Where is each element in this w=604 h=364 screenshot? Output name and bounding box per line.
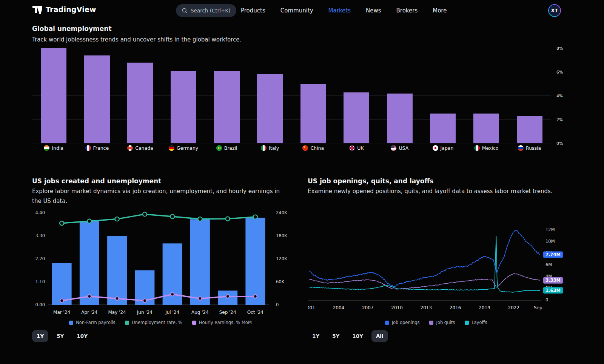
legend-label: Job quits <box>436 320 455 325</box>
x-axis-label: May '24 <box>108 310 126 315</box>
country-label-uk: UK <box>335 145 378 151</box>
country-bar-russia[interactable] <box>517 116 542 143</box>
us-jobs-range-buttons: 1Y5Y10Y <box>32 330 92 342</box>
legend-label: Hourly earnings, % MoM <box>199 320 252 325</box>
bar-slot <box>162 48 205 143</box>
left-axis-tick: 1.10 <box>35 279 45 284</box>
ytick-label: 0% <box>556 141 563 146</box>
country-name: Russia <box>526 145 541 151</box>
jolts-range-buttons: 1Y5Y10YAll <box>308 330 388 342</box>
us-jobs-title: US jobs created and unemployment <box>32 177 161 185</box>
bar-slot <box>335 48 378 143</box>
x-axis-label: Mar '24 <box>53 310 70 315</box>
x-axis-label: 2013 <box>421 305 432 310</box>
legend-item-unemployment-rate[interactable]: Unemployment rate, % <box>125 320 182 325</box>
job-openings-value-label: 7.74M <box>545 252 561 257</box>
search-icon <box>182 8 188 14</box>
legend-item-non-farm-payrolls[interactable]: Non-Farm payrolls <box>69 320 115 325</box>
nav-item-more[interactable]: More <box>425 0 454 21</box>
legend-item-job-openings[interactable]: Job openings <box>385 320 420 325</box>
country-bar-france[interactable] <box>84 55 110 143</box>
country-name: Germany <box>177 145 198 151</box>
russia-flag-icon <box>518 145 524 151</box>
range-button-10y[interactable]: 10Y <box>348 330 368 342</box>
x-axis-label: Apr '24 <box>81 310 97 315</box>
unemployment-rate-marker <box>226 217 230 221</box>
country-bar-germany[interactable] <box>171 71 196 143</box>
usa-flag-icon <box>391 145 396 151</box>
country-bar-japan[interactable] <box>430 114 456 143</box>
nav-item-brokers[interactable]: Brokers <box>389 0 425 21</box>
unemployment-rate-marker <box>170 214 174 218</box>
hourly-earnings-mom-marker <box>60 299 63 302</box>
country-bar-india[interactable] <box>41 48 66 143</box>
nav-item-community[interactable]: Community <box>273 0 321 21</box>
left-axis-tick: 3.30 <box>35 233 45 238</box>
ytick-label: 12M <box>545 227 555 232</box>
country-bar-brazil[interactable] <box>214 71 240 143</box>
unemployment-rate-marker <box>143 212 147 216</box>
right-axis-tick: 180K <box>276 233 287 238</box>
country-bar-uk[interactable] <box>344 92 369 143</box>
legend-swatch <box>192 321 196 325</box>
global-unemployment-chart[interactable] <box>32 48 551 143</box>
hourly-earnings-mom-marker <box>88 295 91 298</box>
country-bar-mexico[interactable] <box>473 114 499 143</box>
country-label-germany: Germany <box>162 145 205 151</box>
x-axis-label: Sep <box>534 305 542 310</box>
left-axis-tick: 2.20 <box>35 256 45 261</box>
nav-item-markets[interactable]: Markets <box>321 0 358 21</box>
jolts-chart[interactable]: 02M4M6M8M10M12M2001200420072010201320162… <box>308 207 564 320</box>
country-label-usa: USA <box>378 145 422 151</box>
avatar-initials: XT <box>549 5 560 16</box>
x-axis-label: 2001 <box>308 305 315 310</box>
x-axis-label: 2010 <box>391 305 403 310</box>
tradingview-wordmark: TradingView <box>46 5 96 14</box>
country-name: Mexico <box>482 145 499 151</box>
india-flag-icon <box>44 145 49 151</box>
country-name: China <box>310 145 324 151</box>
country-bar-italy[interactable] <box>257 74 283 143</box>
uk-flag-icon <box>349 145 355 151</box>
tradingview-logo[interactable]: TradingView <box>32 5 96 14</box>
legend-item-job-quits[interactable]: Job quits <box>429 320 455 325</box>
nav-item-news[interactable]: News <box>358 0 389 21</box>
country-label-china: China <box>291 145 335 151</box>
global-unemployment-title: Global unemployment <box>32 25 112 32</box>
unemployment-rate-marker <box>198 217 202 221</box>
legend-item-layoffs[interactable]: Layoffs <box>465 320 487 325</box>
range-button-5y[interactable]: 5Y <box>328 330 344 342</box>
x-axis-label: 2022 <box>508 305 520 310</box>
ytick-label: 4% <box>556 94 563 98</box>
ytick-label: 8% <box>556 46 563 51</box>
us-jobs-chart[interactable]: 0.001.102.203.304.40060K120K180K240KMar … <box>32 207 289 320</box>
country-name: India <box>52 145 63 151</box>
range-button-1y[interactable]: 1Y <box>308 330 324 342</box>
unemployment-rate-marker <box>87 219 91 223</box>
range-button-all[interactable]: All <box>371 330 388 342</box>
ytick-label: 2% <box>556 117 563 122</box>
search-placeholder: Search (Ctrl+K) <box>191 8 230 14</box>
country-bar-canada[interactable] <box>127 63 153 143</box>
range-button-5y[interactable]: 5Y <box>52 330 68 342</box>
country-label-france: France <box>76 145 119 151</box>
bar-slot <box>76 48 119 143</box>
nav-item-products[interactable]: Products <box>233 0 273 21</box>
bar-slot <box>205 48 248 143</box>
bar-slot <box>508 48 551 143</box>
x-axis-label: 2004 <box>333 305 345 310</box>
x-axis-label: Sep '24 <box>219 310 236 315</box>
country-name: Italy <box>269 145 279 151</box>
legend-label: Non-Farm payrolls <box>76 320 115 325</box>
search-input[interactable]: Search (Ctrl+K) <box>176 4 236 17</box>
country-label-canada: Canada <box>119 145 162 151</box>
job-quits-value-label: 3.33M <box>545 278 561 283</box>
legend-item-hourly-earnings-mom[interactable]: Hourly earnings, % MoM <box>192 320 252 325</box>
country-bar-china[interactable] <box>300 84 326 144</box>
right-axis-tick: 120K <box>276 256 287 261</box>
user-avatar[interactable]: XT <box>548 4 561 17</box>
country-bar-usa[interactable] <box>387 94 413 143</box>
range-button-10y[interactable]: 10Y <box>72 330 92 342</box>
range-button-1y[interactable]: 1Y <box>32 330 48 342</box>
jolts-legend: Job openingsJob quitsLayoffs <box>308 320 564 325</box>
